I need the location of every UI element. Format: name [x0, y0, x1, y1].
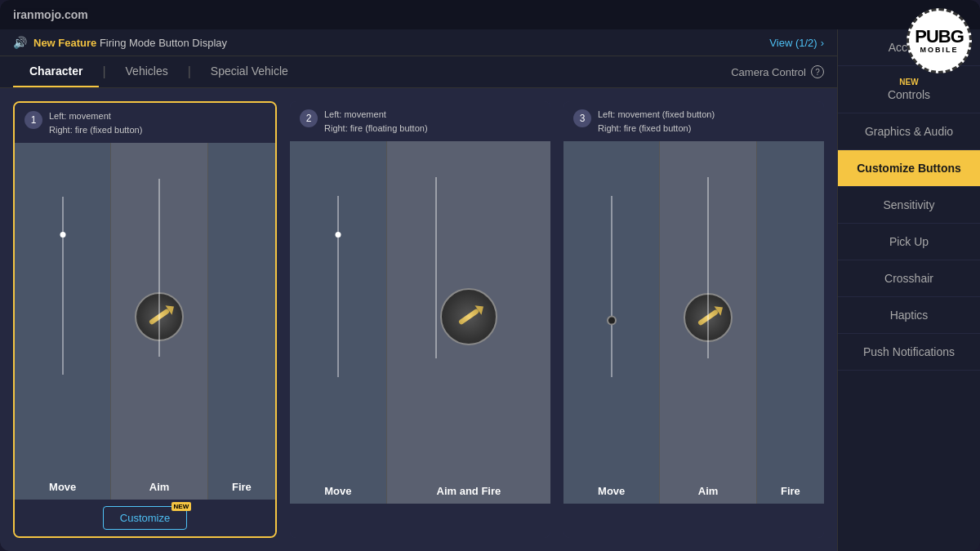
view-label: View (1/2) [769, 37, 817, 49]
combined-stick-line [435, 177, 437, 358]
card-3-desc-2: Right: fire (fixed button) [598, 122, 715, 136]
customize-label: Customize [120, 512, 170, 524]
card-1-footer: Customize NEW [15, 500, 275, 536]
zone-1-fire: Fire [208, 143, 275, 500]
move-dot [60, 232, 65, 238]
card-1-header: 1 Left: movement Right: fire (fixed butt… [15, 103, 275, 143]
sidebar-item-graphics[interactable]: Graphics & Audio [838, 113, 980, 150]
card-2-visual: Move Aim and Fire [290, 141, 550, 504]
zone-3-move-label: Move [598, 485, 625, 497]
card-2-footer [290, 504, 550, 538]
main-panel: 🔊 New Feature Firing Mode Button Display… [0, 29, 837, 551]
sidebar-item-sensitivity[interactable]: Sensitivity [838, 187, 980, 224]
zone-3-fire: Fire [757, 141, 824, 504]
tabs-row: Character | Vehicles | Special Vehicle C… [0, 56, 837, 88]
move-stick-line [62, 197, 64, 375]
tab-character[interactable]: Character [13, 56, 99, 87]
camera-control[interactable]: Camera Control ? [731, 65, 824, 78]
control-card-2[interactable]: 2 Left: movement Right: fire (floating b… [290, 101, 550, 538]
zone-3-move: Move [564, 141, 660, 504]
zone-3-fire-label: Fire [781, 485, 800, 497]
cards-area: 1 Left: movement Right: fire (fixed butt… [0, 88, 837, 551]
feature-banner: 🔊 New Feature Firing Mode Button Display… [0, 29, 837, 56]
sidebar-item-haptics[interactable]: Haptics [838, 297, 980, 334]
tab-divider-2: | [185, 64, 194, 79]
tab-divider-1: | [99, 64, 109, 79]
sidebar-label-sensitivity: Sensitivity [883, 198, 934, 211]
control-card-1[interactable]: 1 Left: movement Right: fire (fixed butt… [13, 101, 277, 538]
zone-3-aim: Aim [660, 141, 756, 504]
card-2-desc-2: Right: fire (floating button) [324, 122, 428, 136]
sidebar-label-haptics: Haptics [890, 309, 929, 322]
top-bar: iranmojo.com [0, 0, 980, 29]
card-1-desc-1: Left: movement [49, 109, 142, 123]
sidebar: Account NEW Controls Graphics & Audio Cu… [837, 29, 980, 551]
banner-rest: Firing Mode Button Display [96, 37, 227, 49]
tab-special-vehicle[interactable]: Special Vehicle [194, 56, 305, 87]
camera-control-label: Camera Control [731, 66, 806, 78]
card-1-desc-2: Right: fire (fixed button) [49, 123, 142, 137]
controls-new-tag: NEW [899, 78, 918, 87]
zone-2-combined-label: Aim and Fire [437, 485, 501, 497]
sidebar-item-pickup[interactable]: Pick Up [838, 224, 980, 260]
card-2-header: 2 Left: movement Right: fire (floating b… [290, 101, 550, 141]
card-3-number: 3 [573, 109, 591, 127]
zone-1-fire-label: Fire [232, 481, 252, 493]
zone-3-aim-label: Aim [698, 485, 719, 497]
card-3-desc: Left: movement (fixed button) Right: fir… [598, 108, 715, 135]
tab-vehicles[interactable]: Vehicles [109, 56, 185, 87]
pubg-logo-sub: MOBILE [920, 46, 959, 54]
card-3-footer [564, 504, 824, 538]
banner-highlight: New Feature [33, 37, 96, 49]
sidebar-label-controls: Controls [888, 88, 930, 101]
pubg-logo: PUBG MOBILE [906, 8, 972, 73]
control-card-3[interactable]: 3 Left: movement (fixed button) Right: f… [564, 101, 824, 538]
move-stick-line-3 [611, 196, 612, 377]
sidebar-item-customize[interactable]: Customize Buttons [838, 150, 980, 187]
view-button[interactable]: View (1/2) › [769, 37, 824, 49]
zone-2-combined: Aim and Fire [387, 141, 550, 504]
aim-needle-2 [458, 309, 479, 326]
zone-1-aim: Aim [111, 143, 207, 500]
card-3-visual: Move Aim Fire [564, 141, 824, 504]
camera-control-icon: ? [811, 65, 824, 78]
move-center-dot [607, 316, 617, 326]
zone-2-move: Move [290, 141, 387, 504]
sidebar-item-push-notifications[interactable]: Push Notifications [838, 334, 980, 371]
zone-1-move: Move [15, 143, 111, 500]
card-1-number: 1 [24, 111, 42, 129]
banner-left: 🔊 New Feature Firing Mode Button Display [13, 36, 227, 49]
aim-stick-line-3 [707, 177, 709, 358]
card-3-header: 3 Left: movement (fixed button) Right: f… [564, 101, 824, 141]
sidebar-label-graphics: Graphics & Audio [865, 125, 953, 138]
sidebar-label-pickup: Pick Up [889, 235, 929, 248]
customize-new-badge: NEW [172, 502, 192, 511]
speaker-icon: 🔊 [13, 36, 27, 49]
pubg-logo-name: PUBG [915, 28, 964, 46]
card-1-visual: Move Aim Fire [15, 143, 275, 500]
sidebar-label-customize: Customize Buttons [857, 162, 961, 175]
card-3-desc-1: Left: movement (fixed button) [598, 108, 715, 122]
zone-1-move-label: Move [49, 481, 76, 493]
card-1-desc: Left: movement Right: fire (fixed button… [49, 109, 142, 136]
move-dot-2 [335, 232, 341, 238]
sidebar-label-crosshair: Crosshair [884, 272, 933, 285]
pubg-logo-circle: PUBG MOBILE [906, 8, 972, 73]
card-2-number: 2 [300, 109, 318, 127]
zone-1-aim-label: Aim [149, 481, 170, 493]
sidebar-label-push: Push Notifications [863, 345, 955, 358]
view-arrow: › [821, 37, 824, 49]
main-container: iranmojo.com PUBG MOBILE 🔊 New Feature F… [0, 0, 980, 551]
card-2-desc: Left: movement Right: fire (floating but… [324, 108, 428, 135]
content-area: 🔊 New Feature Firing Mode Button Display… [0, 29, 980, 551]
aim-stick-line [158, 179, 160, 358]
move-stick-line-2 [337, 196, 339, 377]
customize-button[interactable]: Customize NEW [103, 506, 187, 530]
aim-circle-2 [440, 288, 497, 345]
zone-2-move-label: Move [324, 485, 351, 497]
sidebar-item-crosshair[interactable]: Crosshair [838, 260, 980, 297]
card-2-desc-1: Left: movement [324, 108, 428, 122]
watermark: iranmojo.com [13, 8, 88, 21]
banner-text: New Feature Firing Mode Button Display [33, 37, 227, 49]
